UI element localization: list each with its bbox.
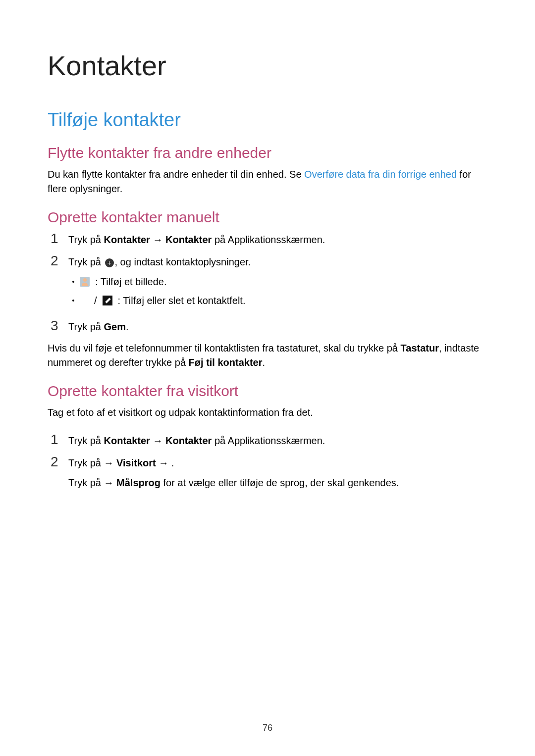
- text: Tryk på: [68, 457, 104, 468]
- text: Tryk på: [68, 234, 104, 245]
- arrow: →: [156, 457, 171, 468]
- text: Tryk på: [68, 435, 104, 446]
- step-number: 3: [51, 319, 62, 333]
- section-heading-add-contacts: Tilføje kontakter: [48, 109, 487, 131]
- bold-visitkort: Visitkort: [116, 457, 156, 468]
- bold-tastatur: Tastatur: [401, 343, 439, 353]
- plus-icon: +: [104, 257, 115, 268]
- page-number: 76: [0, 723, 535, 733]
- arrow: →: [104, 457, 117, 468]
- bold-kontakter: Kontakter: [104, 435, 150, 446]
- paragraph-bizcard-intro: Tag et foto af et visitkort og udpak kon…: [48, 405, 487, 420]
- link-transfer-data[interactable]: Overføre data fra din forrige enhed: [304, 169, 457, 180]
- bold-kontakter-2: Kontakter: [165, 234, 212, 245]
- separator: /: [94, 293, 97, 308]
- text: , og indtast kontaktoplysninger.: [115, 256, 251, 267]
- step-number: 1: [51, 433, 62, 447]
- bold-kontakter: Kontakter: [104, 234, 150, 245]
- arrow: →: [150, 435, 165, 446]
- subheading-move-contacts: Flytte kontakter fra andre enheder: [48, 145, 487, 161]
- text: på Applikationsskærmen.: [212, 234, 325, 245]
- arrow: →: [104, 477, 117, 488]
- page-title: Kontakter: [48, 50, 487, 82]
- sub-bullet-list: : Tilføj et billede. / : Tilføj eller sl…: [68, 274, 487, 308]
- paragraph-add-from-keypad: Hvis du vil føje et telefonnummer til ko…: [48, 341, 487, 370]
- step-number: 2: [51, 455, 62, 469]
- text: .: [171, 457, 174, 468]
- text: .: [126, 321, 129, 332]
- bullet-dot-icon: [72, 300, 74, 302]
- step-3: 3 Tryk på Gem.: [51, 319, 487, 334]
- step-1: 1 Tryk på Kontakter → Kontakter på Appli…: [51, 433, 487, 448]
- text: Tryk på: [68, 477, 104, 488]
- step-2: 2 Tryk på +, og indtast kontaktoplysning…: [51, 254, 487, 312]
- bullet-dot-icon: [72, 281, 74, 283]
- text: : Tilføj eller slet et kontaktfelt.: [118, 293, 246, 308]
- bold-malsprog: Målsprog: [116, 477, 160, 488]
- text: Tryk på: [68, 256, 104, 267]
- text: på Applikationsskærmen.: [212, 435, 325, 446]
- subheading-create-manually: Oprette kontakter manuelt: [48, 209, 487, 226]
- step-1: 1 Tryk på Kontakter → Kontakter på Appli…: [51, 232, 487, 247]
- plus-field-icon: [79, 296, 89, 305]
- bold-kontakter-2: Kontakter: [165, 435, 212, 446]
- step-number: 2: [51, 254, 62, 268]
- portrait-icon: [79, 276, 90, 287]
- bold-add-to-contacts: Føj til kontakter: [189, 357, 263, 368]
- arrow: →: [150, 234, 165, 245]
- steps-create-from-bizcard: 1 Tryk på Kontakter → Kontakter på Appli…: [51, 433, 487, 490]
- text: for at vælge eller tilføje de sprog, der…: [160, 477, 399, 488]
- text: Du kan flytte kontakter fra andre enhede…: [48, 169, 304, 180]
- text: .: [262, 357, 265, 368]
- bold-gem: Gem: [104, 321, 126, 332]
- step-2: 2 Tryk på → Visitkort → . Tryk på → Måls…: [51, 455, 487, 490]
- steps-create-manually: 1 Tryk på Kontakter → Kontakter på Appli…: [51, 232, 487, 334]
- step-number: 1: [51, 232, 62, 246]
- text: : Tilføj et billede.: [95, 274, 167, 289]
- edit-field-icon: [102, 295, 113, 306]
- text: Hvis du vil føje et telefonnummer til ko…: [48, 343, 401, 353]
- text: Tryk på: [68, 321, 104, 332]
- bullet-add-image: : Tilføj et billede.: [72, 274, 487, 289]
- bullet-add-remove-field: / : Tilføj eller slet et kontaktfelt.: [72, 293, 487, 308]
- subheading-create-from-businesscard: Oprette kontakter fra visitkort: [48, 383, 487, 400]
- paragraph-move-contacts: Du kan flytte kontakter fra andre enhede…: [48, 167, 487, 196]
